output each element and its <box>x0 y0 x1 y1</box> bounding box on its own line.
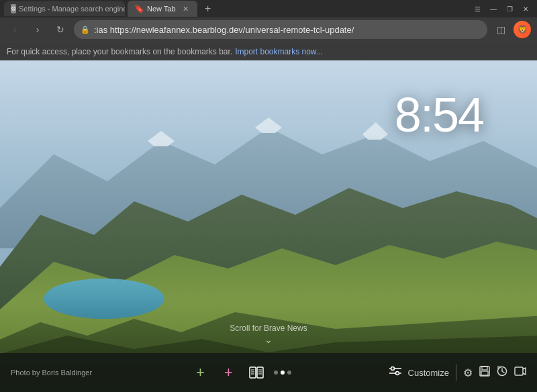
bottom-divider <box>456 364 456 381</box>
lock-icon: 🔒 <box>81 26 90 34</box>
save-icon-button[interactable] <box>479 366 490 379</box>
sidebar-toggle-button[interactable]: ◫ <box>491 20 510 39</box>
photo-credit: Photo by Boris Baldinger <box>11 369 92 377</box>
address-text: :ias https://newleafannex.bearblog.dev/u… <box>94 25 481 35</box>
import-bookmarks-link[interactable]: Import bookmarks now... <box>235 47 323 56</box>
scroll-label: Scroll for Brave News <box>230 324 307 333</box>
video-icon-button[interactable] <box>514 366 526 379</box>
add-widget-left-button[interactable]: + <box>189 362 211 383</box>
bottom-bar: Photo by Boris Baldinger + + <box>0 353 537 392</box>
svg-rect-10 <box>250 367 256 378</box>
dot-indicators <box>274 371 291 375</box>
svg-rect-26 <box>515 367 523 375</box>
scroll-chevron-icon: ⌄ <box>264 334 273 345</box>
inactive-tab[interactable]: ⚙ Settings - Manage search engine... <box>4 1 125 16</box>
brave-shield-button[interactable]: 🦁 <box>513 20 532 39</box>
browser-window: ⚙ Settings - Manage search engine... 🔖 N… <box>0 0 537 392</box>
sliders-icon <box>389 366 401 379</box>
svg-rect-11 <box>257 367 263 378</box>
bookmarks-bar: For quick access, place your bookmarks o… <box>0 42 537 60</box>
scroll-for-news[interactable]: Scroll for Brave News ⌄ <box>230 324 307 345</box>
add-widget-right-button[interactable]: + <box>217 362 239 383</box>
title-bar: ⚙ Settings - Manage search engine... 🔖 N… <box>0 0 537 17</box>
active-tab[interactable]: 🔖 New Tab ✕ <box>128 1 197 17</box>
customize-button[interactable]: Customize <box>408 368 449 378</box>
new-tab-button[interactable]: + <box>200 1 216 17</box>
tab-close-button[interactable]: ✕ <box>181 4 191 13</box>
svg-point-7 <box>44 279 164 319</box>
customize-label: Customize <box>408 368 449 378</box>
maximize-button[interactable]: ❐ <box>502 1 517 16</box>
svg-point-19 <box>391 367 394 371</box>
clock-display: 8:54 <box>395 87 483 142</box>
active-tab-label: New Tab <box>147 5 176 13</box>
back-button[interactable]: ‹ <box>5 20 24 39</box>
bookmarks-bar-message: For quick access, place your bookmarks o… <box>7 47 232 56</box>
address-bar[interactable]: 🔒 :ias https://newleafannex.bearblog.dev… <box>74 20 487 39</box>
reload-button[interactable]: ↻ <box>51 20 70 39</box>
viewport: 8:54 Scroll for Brave News ⌄ Photo by Bo… <box>0 60 537 392</box>
window-menu-icon[interactable]: ☰ <box>470 1 485 16</box>
history-icon-button[interactable] <box>497 366 507 379</box>
forward-button[interactable]: › <box>28 20 47 39</box>
minimize-button[interactable]: — <box>486 1 501 16</box>
close-button[interactable]: ✕ <box>518 1 533 16</box>
news-button[interactable] <box>246 362 267 383</box>
inactive-tab-label: Settings - Manage search engine... <box>19 5 125 13</box>
navigation-bar: ‹ › ↻ 🔒 :ias https://newleafannex.bearbl… <box>0 17 537 42</box>
active-tab-favicon: 🔖 <box>134 4 144 13</box>
inactive-tab-favicon: ⚙ <box>11 4 16 13</box>
svg-rect-24 <box>481 371 488 375</box>
settings-icon-button[interactable]: ⚙ <box>463 366 473 379</box>
svg-point-21 <box>395 372 399 375</box>
